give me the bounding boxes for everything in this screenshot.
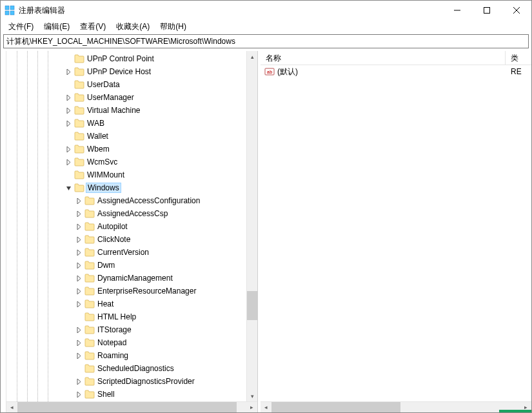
- tree-item[interactable]: UPnP Control Point: [6, 52, 257, 65]
- tree-item[interactable]: Shell: [6, 388, 257, 401]
- menu-help[interactable]: 帮助(H): [155, 21, 192, 33]
- tree-item-label: Dwm: [97, 261, 115, 270]
- tree-item[interactable]: Windows: [6, 181, 257, 194]
- column-type[interactable]: 类: [506, 51, 531, 65]
- tree-item[interactable]: ClickNote: [6, 233, 257, 246]
- expander-closed-icon[interactable]: [64, 106, 73, 115]
- tree-item-label: AssignedAccessConfiguration: [97, 196, 200, 205]
- tree-item[interactable]: EnterpriseResourceManager: [6, 285, 257, 297]
- tree-item[interactable]: HTML Help: [6, 310, 257, 323]
- expander-closed-icon[interactable]: [75, 339, 83, 347]
- expander-closed-icon[interactable]: [75, 274, 83, 283]
- scroll-right-arrow-icon[interactable]: ▸: [246, 402, 257, 413]
- expander-closed-icon[interactable]: [64, 158, 73, 166]
- tree-item[interactable]: Dwm: [6, 259, 257, 272]
- tree-hscroll-track[interactable]: [17, 402, 246, 413]
- scroll-up-arrow-icon[interactable]: ▴: [247, 51, 257, 62]
- scroll-left-arrow-icon[interactable]: ◂: [6, 402, 17, 413]
- list-item[interactable]: ab (默认) RE: [261, 65, 531, 78]
- list-hscroll-thumb[interactable]: [271, 402, 400, 413]
- expander-closed-icon[interactable]: [75, 210, 83, 218]
- menubar: 文件(F) 编辑(E) 查看(V) 收藏夹(A) 帮助(H): [1, 20, 531, 33]
- folder-icon: [74, 183, 84, 192]
- tree-item[interactable]: UserData: [6, 78, 257, 91]
- expander-closed-icon[interactable]: [75, 390, 83, 399]
- tree-item-label: AssignedAccessCsp: [97, 209, 168, 218]
- folder-icon: [74, 157, 84, 166]
- tree-item[interactable]: AssignedAccessConfiguration: [6, 194, 257, 207]
- expander-closed-icon[interactable]: [75, 261, 83, 270]
- tree-viewport[interactable]: UPnP Control PointUPnP Device HostUserDa…: [6, 51, 257, 401]
- tree-item[interactable]: DynamicManagement: [6, 272, 257, 285]
- scroll-left-arrow-icon[interactable]: ◂: [261, 402, 271, 413]
- tree-item[interactable]: Notepad: [6, 336, 257, 349]
- folder-icon: [74, 145, 84, 154]
- tree-item[interactable]: ITStorage: [6, 323, 257, 336]
- expander-closed-icon[interactable]: [75, 197, 83, 205]
- expander-none: [64, 132, 73, 141]
- titlebar[interactable]: 注册表编辑器: [1, 1, 531, 20]
- status-indicator: [499, 410, 531, 412]
- scroll-down-arrow-icon[interactable]: ▾: [247, 390, 257, 401]
- tree-item-label: ITStorage: [97, 325, 132, 334]
- tree-item[interactable]: Virtual Machine: [6, 104, 257, 117]
- tree-vscroll-thumb[interactable]: [247, 291, 258, 320]
- tree-vscroll-track[interactable]: [247, 62, 257, 390]
- expander-closed-icon[interactable]: [64, 94, 73, 102]
- list-horizontal-scrollbar[interactable]: ◂ ▸: [261, 401, 531, 412]
- tree-item[interactable]: Wallet: [6, 130, 257, 143]
- tree-item[interactable]: Roaming: [6, 349, 257, 362]
- expander-closed-icon[interactable]: [75, 352, 83, 360]
- tree-item-label: Shell: [97, 390, 115, 399]
- expander-closed-icon[interactable]: [64, 119, 73, 128]
- close-button[interactable]: [502, 1, 531, 20]
- expander-open-icon[interactable]: [64, 184, 73, 192]
- expander-closed-icon[interactable]: [64, 145, 73, 154]
- expander-closed-icon[interactable]: [75, 236, 83, 244]
- tree-item[interactable]: AssignedAccessCsp: [6, 207, 257, 220]
- tree-item[interactable]: Heat: [6, 297, 257, 310]
- list-pane: 名称 类 ab (默认) RE ◂: [261, 51, 531, 412]
- menu-edit[interactable]: 编辑(E): [39, 21, 75, 33]
- tree-item[interactable]: ScheduledDiagnostics: [6, 362, 257, 375]
- minimize-button[interactable]: [442, 1, 472, 20]
- maximize-button[interactable]: [472, 1, 502, 20]
- expander-closed-icon[interactable]: [75, 287, 83, 296]
- tree-item-label: Autopilot: [97, 222, 128, 231]
- expander-closed-icon[interactable]: [75, 223, 83, 231]
- expander-closed-icon[interactable]: [75, 326, 83, 334]
- tree-vertical-scrollbar[interactable]: ▴ ▾: [246, 51, 257, 401]
- expander-closed-icon[interactable]: [75, 248, 83, 257]
- expander-closed-icon[interactable]: [64, 68, 73, 76]
- tree-item[interactable]: ScriptedDiagnosticsProvider: [6, 375, 257, 388]
- address-bar[interactable]: 计算机\HKEY_LOCAL_MACHINE\SOFTWARE\Microsof…: [3, 34, 529, 48]
- tree-item[interactable]: UserManager: [6, 91, 257, 104]
- tree-item[interactable]: Wbem: [6, 143, 257, 156]
- tree-item[interactable]: CurrentVersion: [6, 246, 257, 259]
- tree-item[interactable]: WIMMount: [6, 168, 257, 181]
- tree-item-label: ScheduledDiagnostics: [97, 364, 174, 373]
- menu-favorites[interactable]: 收藏夹(A): [111, 21, 155, 33]
- tree-item-label: ScriptedDiagnosticsProvider: [97, 377, 195, 386]
- expander-closed-icon[interactable]: [75, 378, 83, 386]
- tree-item-label: Windows: [86, 183, 121, 193]
- tree-item-label: WcmSvc: [87, 157, 117, 166]
- tree-item[interactable]: WcmSvc: [6, 156, 257, 168]
- registry-editor-window: 注册表编辑器 文件(F) 编辑(E) 查看(V) 收藏夹(A) 帮助(H) 计算…: [0, 0, 532, 413]
- svg-rect-1: [10, 6, 14, 10]
- list-body[interactable]: ab (默认) RE: [261, 65, 531, 401]
- list-hscroll-track[interactable]: [271, 402, 520, 413]
- tree-horizontal-scrollbar[interactable]: ◂ ▸: [6, 401, 257, 412]
- menu-file[interactable]: 文件(F): [3, 21, 39, 33]
- tree-item[interactable]: UPnP Device Host: [6, 65, 257, 78]
- folder-icon: [74, 132, 84, 141]
- menu-view[interactable]: 查看(V): [75, 21, 111, 33]
- expander-none: [75, 365, 83, 373]
- tree-item[interactable]: Autopilot: [6, 220, 257, 233]
- address-text: 计算机\HKEY_LOCAL_MACHINE\SOFTWARE\Microsof…: [6, 36, 235, 47]
- tree-item[interactable]: WAB: [6, 117, 257, 130]
- tree-hscroll-thumb[interactable]: [17, 402, 237, 413]
- expander-closed-icon[interactable]: [75, 300, 83, 308]
- column-headers: 名称 类: [261, 51, 531, 65]
- column-name[interactable]: 名称: [261, 51, 506, 65]
